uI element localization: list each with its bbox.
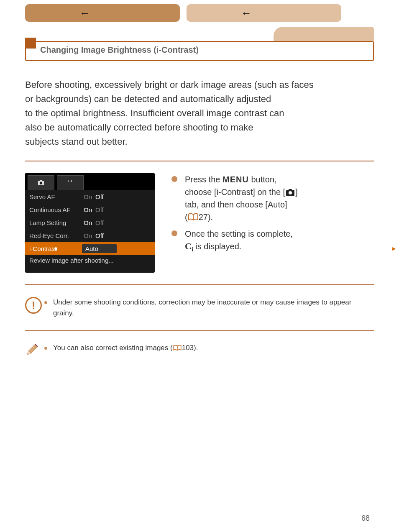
divider — [25, 161, 374, 161]
bullet-icon — [44, 301, 47, 304]
tools-icon — [66, 179, 74, 186]
menu-button-label: MENU — [223, 175, 249, 184]
caution-text: Under some shooting conditions, correcti… — [53, 297, 374, 319]
page-ref-link[interactable]: 27 — [199, 212, 208, 222]
bullet-icon — [171, 176, 177, 182]
menu-row-selected: i-Contrast ◀ Auto ▶ — [25, 242, 155, 255]
menu-row: Continuous AFOnOff — [25, 203, 155, 216]
i-contrast-icon: Ci — [185, 241, 193, 251]
menu-row: Review image after shooting... — [25, 255, 155, 273]
instruction-list: Press the MENU button, choose [i-Contras… — [171, 173, 374, 273]
camera-icon — [37, 179, 45, 186]
caution-icon: ! — [25, 297, 42, 314]
menu-row: Red-Eye Corr.OnOff — [25, 229, 155, 242]
section-title-bar: Changing Image Brightness (i-Contrast) — [25, 41, 374, 61]
note-text: You can also correct existing images (10… — [53, 343, 198, 353]
title-square-icon — [25, 38, 36, 49]
menu-row: Lamp SettingOnOff — [25, 216, 155, 229]
arrow-left-icon: ← — [241, 7, 252, 20]
camera-menu-screenshot: Servo AFOnOff Continuous AFOnOff Lamp Se… — [25, 173, 155, 273]
bullet-icon — [171, 230, 177, 236]
instruction-item: Once the setting is complete, Ci is disp… — [171, 228, 374, 256]
note-block: You can also correct existing images (10… — [25, 343, 374, 358]
book-icon — [188, 213, 199, 221]
svg-point-1 — [289, 191, 292, 194]
page-number: 68 — [361, 514, 370, 523]
nav-back-secondary[interactable]: ← — [187, 4, 341, 22]
divider — [25, 284, 374, 285]
menu-tab-shoot — [28, 175, 54, 190]
svg-point-0 — [40, 182, 42, 184]
pencil-icon — [25, 343, 39, 357]
section-title: Changing Image Brightness (i-Contrast) — [40, 45, 199, 55]
camera-icon — [285, 188, 295, 197]
intro-text: Before shooting, excessively bright or d… — [25, 78, 374, 149]
bullet-icon — [44, 347, 47, 350]
section-tab — [274, 27, 374, 41]
menu-tab-tools — [57, 175, 84, 190]
chevron-left-icon: ◀ — [54, 246, 57, 251]
book-icon — [173, 345, 182, 351]
caution-block: ! Under some shooting conditions, correc… — [25, 297, 374, 319]
page-ref-link[interactable]: 103 — [182, 344, 194, 352]
instruction-item: Press the MENU button, choose [i-Contras… — [171, 173, 374, 223]
menu-row: Servo AFOnOff — [25, 190, 155, 203]
divider — [25, 330, 374, 331]
nav-back-primary[interactable]: ← — [25, 4, 180, 22]
arrow-left-icon: ← — [79, 7, 90, 20]
